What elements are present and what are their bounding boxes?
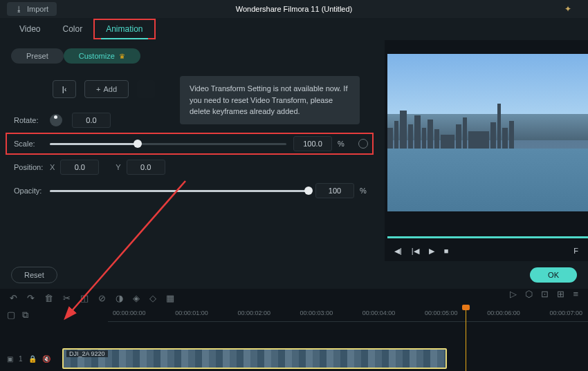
track-number: 1 <box>19 355 23 363</box>
lock-icon[interactable]: 🔒 <box>28 355 37 363</box>
pos-x-label: X <box>50 163 55 171</box>
preview-progress[interactable] <box>387 236 588 238</box>
fullscreen-button[interactable]: F <box>573 247 578 255</box>
tl-tick: 00:00:05:00 <box>425 310 458 316</box>
preview-viewport <box>387 54 588 211</box>
mixer-icon[interactable]: ≡ <box>573 289 578 299</box>
tl-tick: 00:00:07:00 <box>549 310 582 316</box>
bulb-icon[interactable]: ✦ <box>564 4 571 14</box>
render-icon[interactable]: ▷ <box>510 289 517 299</box>
video-track-head[interactable]: ▣ 1 🔒 🔇 <box>0 347 54 370</box>
crop-icon[interactable]: ◫ <box>80 293 89 303</box>
scale-value[interactable]: 100.0 <box>293 136 332 151</box>
clip-label: DJI_2A 9220 <box>66 350 108 357</box>
opacity-unit: % <box>360 187 374 195</box>
tooltip-message: Video Transform Setting is not available… <box>180 76 360 124</box>
keyframe-icon[interactable]: ◇ <box>149 293 156 303</box>
play-icon[interactable]: ▶ <box>429 247 434 256</box>
plus-icon: + <box>96 85 100 93</box>
pill-preset[interactable]: Preset <box>11 48 64 64</box>
ok-button[interactable]: OK <box>530 267 577 283</box>
import-button[interactable]: ⭳ Import <box>7 2 57 16</box>
import-label: Import <box>27 5 48 13</box>
pos-x-value[interactable]: 0.0 <box>60 160 99 175</box>
rotate-value[interactable]: 0.0 <box>72 113 111 128</box>
tab-video[interactable]: Video <box>8 20 51 38</box>
keyframe-next-button <box>137 80 155 98</box>
tl-tick: 00:00:04:00 <box>362 310 396 316</box>
keyframe-jump-button[interactable]: |‹ <box>53 80 76 98</box>
add-keyframe-button[interactable]: + Add <box>84 80 129 98</box>
add-label: Add <box>103 85 117 93</box>
prev-frame-icon[interactable]: ◀| <box>394 247 402 256</box>
adjust-icon[interactable]: ⊞ <box>557 289 564 299</box>
zoom-fit-icon[interactable]: ⊡ <box>541 289 549 299</box>
video-clip[interactable]: DJI_2A 9220 <box>62 348 447 369</box>
opacity-slider[interactable] <box>50 190 309 192</box>
tl-tick: 00:00:01:00 <box>175 310 208 316</box>
opacity-label: Opacity: <box>11 187 50 195</box>
marker-icon[interactable]: ⬡ <box>525 289 533 299</box>
track-toggle-icon[interactable]: ▢ <box>7 310 15 321</box>
window-title: Wondershare Filmora 11 (Untitled) <box>236 5 353 13</box>
scale-unit: % <box>338 140 351 148</box>
speed-icon[interactable]: ⊘ <box>98 293 106 303</box>
undo-icon[interactable]: ↶ <box>10 293 17 303</box>
color-icon[interactable]: ◑ <box>116 293 123 303</box>
pos-y-value[interactable]: 0.0 <box>127 160 165 175</box>
pos-y-label: Y <box>116 163 120 171</box>
rotate-dial[interactable] <box>50 114 62 126</box>
link-icon[interactable]: ⧉ <box>22 310 28 321</box>
grid-icon[interactable]: ▦ <box>166 293 174 303</box>
scale-slider[interactable] <box>50 143 286 145</box>
tl-tick: 00:00:02:00 <box>237 310 270 316</box>
position-label: Position: <box>11 163 50 171</box>
timeline-ruler[interactable]: 00:00:00:00 00:00:01:00 00:00:02:00 00:0… <box>108 307 588 322</box>
step-back-icon[interactable]: |◀ <box>412 247 419 256</box>
stop-icon[interactable]: ■ <box>444 247 449 255</box>
tab-animation[interactable]: Animation <box>93 19 155 39</box>
pill-customize[interactable]: Customize ♛ <box>64 48 140 64</box>
delete-icon[interactable]: 🗑 <box>44 293 53 303</box>
mute-icon[interactable]: 🔇 <box>42 355 50 363</box>
track-type-icon: ▣ <box>7 355 13 363</box>
reset-scale-icon[interactable] <box>358 139 368 149</box>
pill-customize-label: Customize <box>79 52 115 60</box>
tl-tick: 00:00:00:00 <box>113 310 146 316</box>
reset-button[interactable]: Reset <box>11 267 57 283</box>
tab-color[interactable]: Color <box>51 20 93 38</box>
redo-icon[interactable]: ↷ <box>27 293 35 303</box>
split-icon[interactable]: ✂ <box>63 293 71 303</box>
tl-tick: 00:00:03:00 <box>300 310 333 316</box>
rotate-label: Rotate: <box>11 116 50 124</box>
crown-icon: ♛ <box>119 53 125 60</box>
tl-tick: 00:00:06:00 <box>487 310 520 316</box>
tag-icon[interactable]: ◈ <box>133 293 140 303</box>
scale-label: Scale: <box>11 140 50 148</box>
opacity-value[interactable]: 100 <box>315 183 354 198</box>
download-icon: ⭳ <box>15 5 23 13</box>
